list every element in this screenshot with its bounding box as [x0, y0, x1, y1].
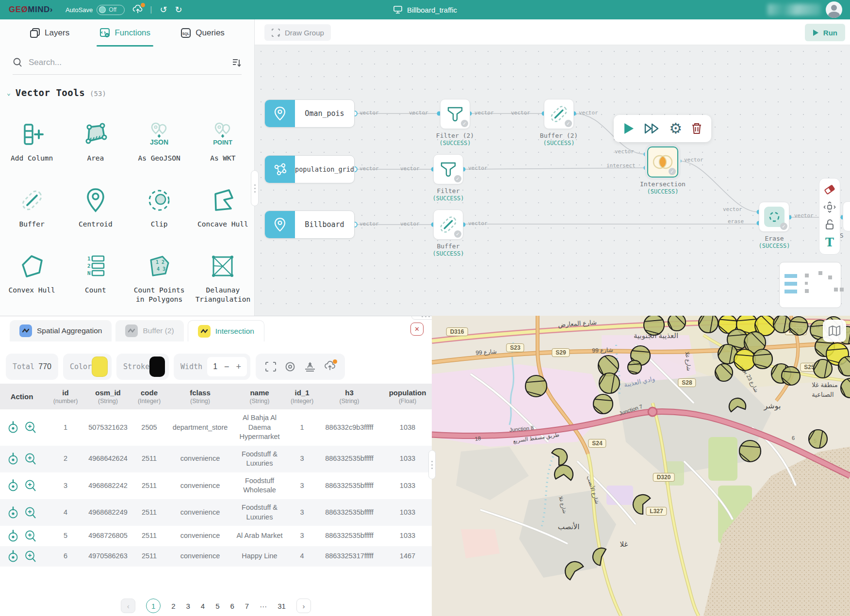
feature-circle[interactable]: [593, 548, 606, 566]
tool-area[interactable]: Area: [64, 121, 127, 163]
node-filter[interactable]: ✓: [433, 154, 463, 184]
node-intersection[interactable]: ✓: [647, 146, 678, 178]
width-increase-button[interactable]: +: [236, 362, 242, 372]
feature-circle[interactable]: [739, 440, 761, 462]
feature-circle[interactable]: [734, 349, 755, 371]
zoom-extent-icon[interactable]: [265, 361, 277, 372]
zoom-to-feature-icon[interactable]: [25, 453, 37, 465]
locate-feature-icon[interactable]: [7, 453, 19, 465]
settings-gear-icon[interactable]: ⚙: [669, 121, 682, 136]
feature-circle[interactable]: [809, 430, 827, 448]
page-7[interactable]: 7: [245, 602, 249, 610]
tool-count[interactable]: 12NCount: [64, 253, 127, 304]
feature-circle[interactable]: [644, 316, 664, 335]
stroke-color-swatch[interactable]: [149, 357, 165, 377]
node-spatial-aggregation-partial[interactable]: [843, 201, 850, 231]
page-1[interactable]: 1: [146, 599, 161, 613]
feature-circle[interactable]: [525, 375, 547, 397]
tool-centroid[interactable]: Centroid: [64, 187, 127, 229]
tool-as-wkt[interactable]: POINTAs WKT: [191, 121, 255, 163]
feature-circle[interactable]: [773, 316, 791, 333]
feature-circle[interactable]: [715, 364, 733, 381]
locate-feature-icon[interactable]: [7, 530, 19, 542]
feature-circle[interactable]: [789, 317, 808, 335]
feature-circle[interactable]: [633, 495, 650, 514]
panel-drag-handle[interactable]: [411, 316, 432, 320]
node-buffer[interactable]: ✓: [433, 210, 463, 240]
feature-circle[interactable]: [841, 378, 850, 398]
feature-circle[interactable]: [593, 394, 613, 414]
unlock-icon[interactable]: [824, 219, 835, 230]
feature-circle[interactable]: [552, 449, 567, 465]
page-31[interactable]: 31: [278, 602, 286, 610]
feature-circle[interactable]: [699, 316, 718, 333]
table-row[interactable]: 549687268052511convenienceAl Arab Market…: [0, 526, 432, 546]
tab-functions[interactable]: Functions: [99, 19, 150, 47]
zoom-to-feature-icon[interactable]: [25, 479, 37, 492]
result-tab-spatial-aggregation[interactable]: Spatial Aggregation: [10, 320, 112, 341]
text-tool-icon[interactable]: T: [825, 237, 834, 248]
minimap[interactable]: [779, 262, 841, 308]
autosave-control[interactable]: AutoSave Off: [65, 5, 125, 15]
tool-as-geojson[interactable]: JSONAs GeoJSON: [128, 121, 191, 163]
tool-delaunay[interactable]: Delaunay Triangulation: [191, 253, 255, 304]
tab-queries[interactable]: SQL Queries: [180, 19, 225, 47]
run-button[interactable]: Run: [805, 24, 845, 41]
cloud-upload-button[interactable]: [324, 361, 336, 373]
tool-buffer[interactable]: Buffer: [0, 187, 64, 229]
sort-icon[interactable]: [232, 58, 242, 67]
run-node-icon[interactable]: [623, 122, 635, 135]
autosave-toggle[interactable]: Off: [97, 5, 125, 15]
feature-circle[interactable]: [555, 465, 573, 480]
workflow-canvas[interactable]: Draw Group Run vector vector: [255, 19, 850, 316]
locate-feature-icon[interactable]: [7, 479, 19, 492]
sidebar-resize-handle[interactable]: [251, 170, 259, 206]
basemap-switcher-button[interactable]: [823, 320, 846, 342]
table-row[interactable]: 249686426242511convenienceFoodstuff & Lu…: [0, 446, 432, 472]
node-erase[interactable]: ✓: [759, 202, 789, 232]
locate-feature-icon[interactable]: [7, 421, 19, 434]
tab-layers[interactable]: Layers: [30, 19, 69, 47]
feature-circle[interactable]: [668, 316, 686, 331]
feature-circle[interactable]: [628, 360, 641, 374]
tool-add-column[interactable]: Add Column: [0, 121, 64, 163]
locate-feature-icon[interactable]: [7, 506, 19, 519]
export-icon[interactable]: [304, 361, 316, 372]
tool-convex-hull[interactable]: Convex Hull: [0, 253, 64, 304]
feature-circle[interactable]: [814, 359, 832, 378]
node-buffer-2[interactable]: ✓: [544, 99, 574, 129]
close-panel-button[interactable]: ✕: [410, 323, 424, 336]
panel-side-drag-handle[interactable]: [428, 450, 436, 479]
avatar[interactable]: [826, 1, 842, 18]
node-filter-2[interactable]: ✓: [440, 99, 470, 129]
feature-circle[interactable]: [753, 349, 772, 369]
feature-circle[interactable]: [565, 562, 583, 580]
node-population-grid[interactable]: population_grid: [264, 155, 355, 183]
zoom-to-feature-icon[interactable]: [25, 550, 37, 563]
locate-feature-icon[interactable]: [7, 550, 19, 563]
undo-icon[interactable]: ↺: [160, 5, 167, 14]
tool-clip[interactable]: Clip: [128, 187, 191, 229]
result-tab-buffer-2-[interactable]: Buffer (2): [115, 320, 183, 341]
delete-node-icon[interactable]: [691, 122, 702, 135]
table-row[interactable]: 150753216232505department_storeAl Bahja …: [0, 409, 432, 446]
visibility-icon[interactable]: [285, 361, 295, 372]
zoom-to-feature-icon[interactable]: [25, 530, 37, 542]
pan-select-icon[interactable]: [823, 201, 836, 213]
node-billboard[interactable]: Billboard: [264, 211, 355, 239]
table-row[interactable]: 649705862632511convenienceHappy Line4886…: [0, 546, 432, 567]
page-prev-button[interactable]: ‹: [121, 599, 135, 613]
stroke-pill[interactable]: Stroke: [116, 354, 169, 380]
draw-group-button[interactable]: Draw Group: [264, 24, 331, 41]
feature-circle[interactable]: [599, 373, 620, 393]
tool-count-points[interactable]: 1 24 3Count Points in Polygons: [128, 253, 191, 304]
fill-color-swatch[interactable]: [92, 357, 108, 377]
redo-icon[interactable]: ↻: [175, 5, 182, 14]
page-4[interactable]: 4: [201, 602, 205, 610]
vector-tools-section[interactable]: ⌄ Vector Tools (53): [7, 87, 254, 98]
page-6[interactable]: 6: [230, 602, 234, 610]
page-2[interactable]: 2: [171, 602, 175, 610]
zoom-to-feature-icon[interactable]: [25, 506, 37, 519]
page-5[interactable]: 5: [215, 602, 219, 610]
eraser-icon[interactable]: [824, 184, 835, 195]
